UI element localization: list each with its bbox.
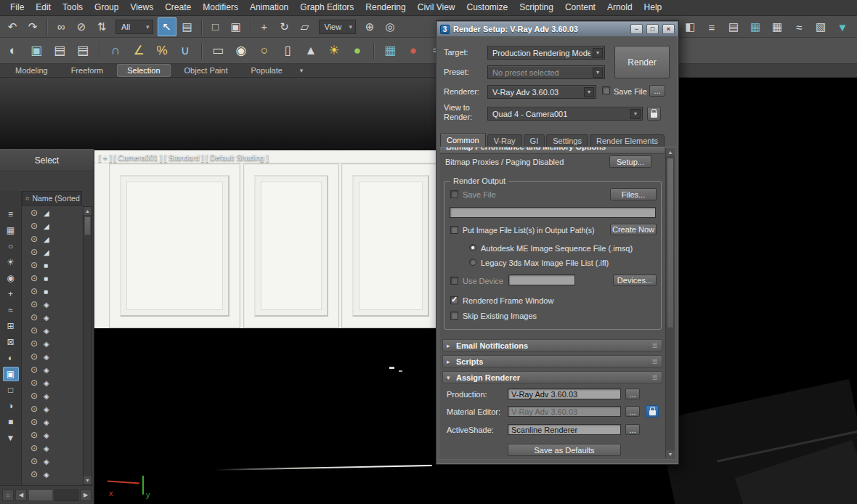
visibility-eye-icon[interactable]: ⊙ xyxy=(31,469,38,479)
ribbon-config-icon[interactable]: ▾ xyxy=(295,65,308,76)
bind-spacewarp-icon[interactable]: ⇅ xyxy=(92,17,111,36)
mirror-icon[interactable]: ◧ xyxy=(681,18,699,36)
content-scrollbar[interactable]: ▲ ▼ xyxy=(665,148,675,458)
snap-toggle-icon[interactable]: ∩ xyxy=(105,41,126,61)
menu-civil-view[interactable]: Civil View xyxy=(412,0,461,15)
view-to-render-dropdown[interactable]: Quad 4 - Camera001 ▾ xyxy=(487,107,643,121)
select-none-icon[interactable]: □ xyxy=(3,383,19,397)
common-tab-content[interactable]: Bitmap Performance and Memory Options Bi… xyxy=(439,147,676,460)
select-object-icon[interactable]: ↖ xyxy=(158,17,176,36)
visibility-eye-icon[interactable]: ⊙ xyxy=(31,208,38,218)
hscroll-thumb[interactable] xyxy=(28,489,53,501)
menu-arnold[interactable]: Arnold xyxy=(601,0,638,15)
layer-explorer-toggle-icon[interactable]: ▦ xyxy=(747,18,764,36)
explorer-title[interactable]: Select xyxy=(0,150,94,171)
display-xrefs-icon[interactable]: ⊠ xyxy=(3,335,19,349)
imsq-radio[interactable] xyxy=(469,244,476,251)
scrollbar-thumb[interactable] xyxy=(667,158,674,328)
align-icon[interactable]: ≡ xyxy=(703,18,720,36)
visibility-eye-icon[interactable]: ⊙ xyxy=(31,391,38,401)
visibility-eye-icon[interactable]: ⊙ xyxy=(31,299,38,309)
spinner-snap-icon[interactable]: ∪ xyxy=(175,41,195,61)
visibility-eye-icon[interactable]: ⊙ xyxy=(31,417,38,427)
display-lights-icon[interactable]: ☀ xyxy=(3,255,19,269)
reference-coordsys-dropdown[interactable]: View▾ xyxy=(319,20,357,34)
view-lock-button[interactable] xyxy=(647,107,661,121)
render-flyout-icon[interactable]: ▼ xyxy=(834,18,851,36)
explorer-row[interactable]: ⊙◈ xyxy=(22,350,82,363)
explorer-row[interactable]: ⊙◢ xyxy=(22,232,82,245)
hscroll-right-icon[interactable]: ▶ xyxy=(80,489,92,501)
select-scale-icon[interactable]: ▱ xyxy=(296,17,314,36)
display-geometry-icon[interactable]: ▦ xyxy=(3,223,19,237)
grid-snap-icon[interactable]: ▦ xyxy=(380,41,400,61)
clipped-rollout-header[interactable]: Bitmap Performance and Memory Options xyxy=(440,147,665,154)
scripts-rollout[interactable]: ▸ Scripts ≣ xyxy=(442,355,662,367)
explorer-scrollbar[interactable]: ▲ ▼ xyxy=(83,206,92,485)
material-editor-icon[interactable]: ◐ xyxy=(3,41,23,61)
use-device-checkbox[interactable] xyxy=(450,277,458,285)
menu-content[interactable]: Content xyxy=(559,0,601,15)
visibility-eye-icon[interactable]: ⊙ xyxy=(31,378,38,388)
create-now-button[interactable]: Create Now xyxy=(610,224,657,235)
menu-create[interactable]: Create xyxy=(159,0,197,15)
angle-snap-icon[interactable]: ∠ xyxy=(129,41,149,61)
select-manipulate-icon[interactable]: ◎ xyxy=(381,17,399,36)
viewport-label[interactable]: [ + ] [ Camera001 ] [ Standard ] [ Defau… xyxy=(99,153,269,162)
render-tab-common[interactable]: Common xyxy=(440,133,486,147)
explorer-row[interactable]: ⊙◢ xyxy=(22,245,82,259)
visibility-eye-icon[interactable]: ⊙ xyxy=(31,286,38,296)
renderer-dropdown[interactable]: V-Ray Adv 3.60.03 ▾ xyxy=(487,85,596,99)
explorer-row[interactable]: ⊙■ xyxy=(22,259,82,272)
explorer-row[interactable]: ⊙◢ xyxy=(22,206,82,219)
close-button[interactable]: × xyxy=(662,24,675,34)
explorer-row[interactable]: ⊙◈ xyxy=(22,311,82,324)
visibility-eye-icon[interactable]: ⊙ xyxy=(31,404,38,414)
material-editor-renderer-field[interactable]: V-Ray Adv 3.60.03 xyxy=(508,406,621,417)
display-spacewarps-icon[interactable]: ≈ xyxy=(3,303,19,317)
menu-tools[interactable]: Tools xyxy=(57,0,89,15)
scroll-down-icon[interactable]: ▼ xyxy=(666,450,675,458)
render-tab-render-elements[interactable]: Render Elements xyxy=(590,134,665,147)
display-shapes-icon[interactable]: ○ xyxy=(3,239,19,253)
explorer-row[interactable]: ⊙◈ xyxy=(22,376,82,389)
render-setup-icon[interactable]: ▣ xyxy=(26,41,46,61)
explorer-row[interactable]: ⊙◈ xyxy=(22,298,82,311)
explorer-row[interactable]: ⊙◈ xyxy=(22,442,82,455)
unlink-icon[interactable]: ⊘ xyxy=(72,17,91,36)
cone-shape-icon[interactable]: ▲ xyxy=(301,41,321,61)
explorer-row[interactable]: ⊙◈ xyxy=(22,363,82,376)
menu-views[interactable]: Views xyxy=(124,0,159,15)
menu-help[interactable]: Help xyxy=(638,0,668,15)
assign-renderer-rollout[interactable]: ▾ Assign Renderer ≣ xyxy=(442,371,662,383)
name-column-header[interactable]: ○ Name (Sorted Ascending) xyxy=(22,191,82,206)
sphere-shape-icon[interactable]: ● xyxy=(347,41,367,61)
display-helpers-icon[interactable]: + xyxy=(3,287,19,301)
ribbon-tab-populate[interactable]: Populate xyxy=(241,65,291,76)
viewport[interactable]: [ + ] [ Camera001 ] [ Standard ] [ Defau… xyxy=(0,78,857,504)
devices-button[interactable]: Devices... xyxy=(613,275,657,286)
explorer-object-list[interactable]: ⊙◢⊙◢⊙◢⊙◢⊙■⊙■⊙■⊙◈⊙◈⊙◈⊙◈⊙◈⊙◈⊙◈⊙◈⊙◈⊙◈⊙◈⊙◈⊙◈… xyxy=(22,206,82,485)
visibility-eye-icon[interactable]: ⊙ xyxy=(31,365,38,375)
explorer-row[interactable]: ⊙■ xyxy=(22,285,82,298)
menu-edit[interactable]: Edit xyxy=(30,0,57,15)
display-materials-icon[interactable]: ◐ xyxy=(3,351,19,365)
ribbon-tab-freeform[interactable]: Freeform xyxy=(62,65,113,76)
ribbon-tab-selection[interactable]: Selection xyxy=(117,64,170,77)
render-button[interactable]: Render xyxy=(614,46,670,78)
dialog-titlebar[interactable]: 3 Render Setup: V-Ray Adv 3.60.03 − □ × xyxy=(437,22,678,36)
select-link-icon[interactable]: ∞ xyxy=(52,17,70,36)
ifl-radio[interactable] xyxy=(469,259,476,266)
menu-customize[interactable]: Customize xyxy=(461,0,514,15)
hscroll-left-icon[interactable]: ◀ xyxy=(15,489,27,501)
visibility-eye-icon[interactable]: ⊙ xyxy=(31,260,38,270)
activeshade-browse-button[interactable]: ... xyxy=(625,424,640,435)
circle-shape-icon[interactable]: ○ xyxy=(254,41,275,61)
blob-shape-icon[interactable]: ◉ xyxy=(231,41,251,61)
visibility-eye-icon[interactable]: ⊙ xyxy=(31,234,38,244)
ribbon-tab-object-paint[interactable]: Object Paint xyxy=(175,65,237,76)
rendered-frame-window-icon[interactable]: ▤ xyxy=(49,41,70,61)
scrollbar-thumb[interactable] xyxy=(84,216,91,235)
production-renderer-field[interactable]: V-Ray Adv 3.60.03 xyxy=(508,389,621,399)
menu-rendering[interactable]: Rendering xyxy=(360,0,411,15)
